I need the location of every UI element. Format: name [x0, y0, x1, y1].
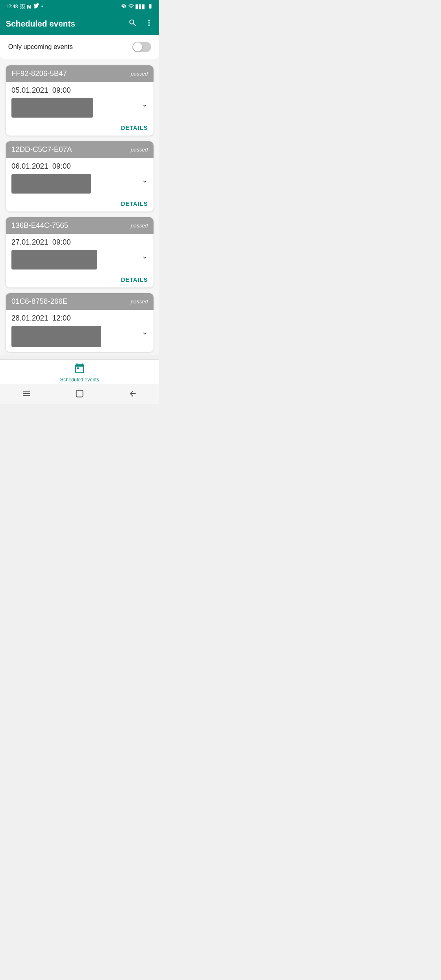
calendar-icon [74, 363, 85, 376]
status-bar-left: 12:48 🖼 M • [6, 3, 43, 10]
event-placeholder-3 [11, 326, 101, 347]
status-time: 12:48 [6, 4, 18, 9]
event-id-0: FF92-8206-5B47 [11, 69, 67, 78]
event-id-2: 136B-E44C-7565 [11, 221, 68, 230]
event-status-2: passed [131, 223, 148, 229]
event-placeholder-1 [11, 174, 91, 194]
event-card-header-1: 12DD-C5C7-E07A passed [6, 141, 154, 158]
event-card-footer-0: DETAILS [6, 122, 154, 136]
svg-rect-0 [77, 368, 79, 369]
search-icon[interactable] [128, 18, 137, 29]
page-title: Scheduled events [6, 19, 75, 29]
event-status-1: passed [131, 147, 148, 153]
toggle-label: Only upcoming events [8, 43, 73, 51]
event-card-3: 01C6-8758-266E passed 28.01.2021 12:00 ⌄ [6, 293, 154, 352]
event-row-1: ⌄ [11, 174, 148, 194]
event-placeholder-0 [11, 98, 93, 118]
chevron-down-icon-0[interactable]: ⌄ [142, 100, 148, 109]
signal-icon: ▊▊▊ [136, 4, 145, 9]
battery-icon [147, 3, 154, 10]
event-card-body-2: 27.01.2021 09:00 ⌄ [6, 234, 154, 274]
system-nav [0, 384, 159, 404]
content-area: Only upcoming events FF92-8206-5B47 pass… [0, 35, 159, 355]
toggle-row: Only upcoming events [0, 35, 159, 59]
event-status-0: passed [131, 71, 148, 77]
status-bar: 12:48 🖼 M • ▊▊▊ [0, 0, 159, 12]
mute-icon [121, 3, 127, 10]
event-datetime-1: 06.01.2021 09:00 [11, 162, 148, 171]
event-card-header-3: 01C6-8758-266E passed [6, 293, 154, 310]
event-datetime-0: 05.01.2021 09:00 [11, 86, 148, 95]
chevron-down-icon-2[interactable]: ⌄ [142, 252, 148, 261]
event-card-body-0: 05.01.2021 09:00 ⌄ [6, 82, 154, 122]
event-status-3: passed [131, 298, 148, 305]
details-button-1[interactable]: DETAILS [121, 200, 148, 207]
event-card-footer-1: DETAILS [6, 198, 154, 212]
chevron-down-icon-3[interactable]: ⌄ [142, 327, 148, 336]
status-bar-right: ▊▊▊ [121, 3, 154, 10]
event-card-1: 12DD-C5C7-E07A passed 06.01.2021 09:00 ⌄… [6, 141, 154, 212]
svg-rect-1 [76, 390, 83, 397]
event-card-0: FF92-8206-5B47 passed 05.01.2021 09:00 ⌄… [6, 65, 154, 136]
photo-icon: 🖼 [20, 4, 25, 9]
dot-icon: • [41, 4, 43, 9]
recent-apps-button[interactable] [22, 389, 31, 400]
event-datetime-3: 28.01.2021 12:00 [11, 314, 148, 323]
home-button[interactable] [75, 389, 84, 400]
event-card-2: 136B-E44C-7565 passed 27.01.2021 09:00 ⌄… [6, 217, 154, 287]
app-bar-actions [128, 18, 154, 29]
upcoming-events-toggle[interactable] [132, 42, 151, 52]
event-card-footer-2: DETAILS [6, 274, 154, 287]
event-card-body-1: 06.01.2021 09:00 ⌄ [6, 158, 154, 198]
details-button-0[interactable]: DETAILS [121, 125, 148, 131]
events-list: FF92-8206-5B47 passed 05.01.2021 09:00 ⌄… [0, 62, 159, 355]
wifi-icon [128, 3, 134, 10]
back-button[interactable] [128, 389, 137, 400]
event-id-1: 12DD-C5C7-E07A [11, 145, 72, 154]
event-id-3: 01C6-8758-266E [11, 297, 67, 306]
bottom-nav: Scheduled events [0, 359, 159, 384]
event-card-header-0: FF92-8206-5B47 passed [6, 65, 154, 82]
twitter-icon [33, 3, 39, 10]
event-row-2: ⌄ [11, 250, 148, 270]
mail-icon: M [27, 4, 31, 10]
event-card-header-2: 136B-E44C-7565 passed [6, 217, 154, 234]
event-row-0: ⌄ [11, 98, 148, 118]
event-datetime-2: 27.01.2021 09:00 [11, 238, 148, 247]
event-card-body-3: 28.01.2021 12:00 ⌄ [6, 310, 154, 352]
chevron-down-icon-1[interactable]: ⌄ [142, 176, 148, 185]
app-bar: Scheduled events [0, 12, 159, 35]
event-placeholder-2 [11, 250, 97, 270]
more-options-icon[interactable] [145, 18, 154, 29]
details-button-2[interactable]: DETAILS [121, 276, 148, 283]
bottom-nav-label: Scheduled events [60, 377, 99, 383]
event-row-3: ⌄ [11, 326, 148, 347]
